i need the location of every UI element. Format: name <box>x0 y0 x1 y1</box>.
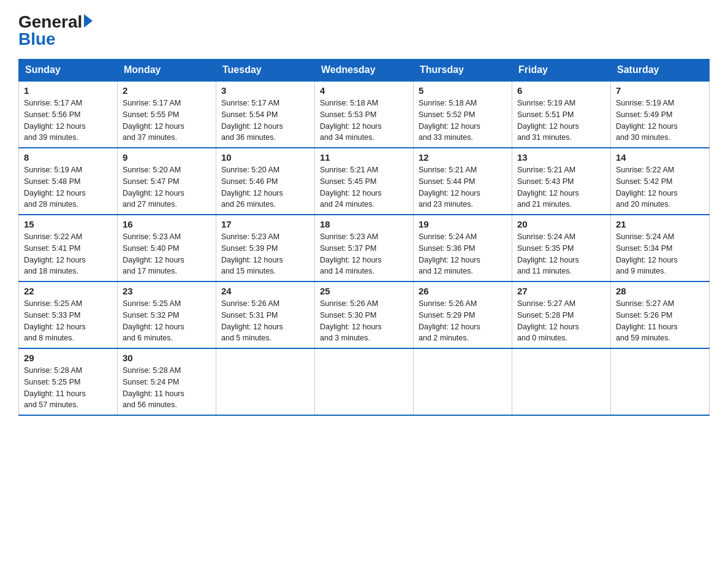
calendar-cell: 25 Sunrise: 5:26 AMSunset: 5:30 PMDaylig… <box>315 282 414 348</box>
calendar-cell: 14 Sunrise: 5:22 AMSunset: 5:42 PMDaylig… <box>611 148 710 215</box>
day-number: 23 <box>123 286 211 296</box>
day-info: Sunrise: 5:24 AMSunset: 5:35 PMDaylight:… <box>517 232 579 275</box>
day-number: 30 <box>123 353 211 363</box>
day-info: Sunrise: 5:19 AMSunset: 5:48 PMDaylight:… <box>24 166 86 209</box>
calendar-cell: 30 Sunrise: 5:28 AMSunset: 5:24 PMDaylig… <box>118 348 216 415</box>
day-number: 10 <box>221 152 309 163</box>
calendar-cell: 4 Sunrise: 5:18 AMSunset: 5:53 PMDayligh… <box>315 81 414 148</box>
calendar-cell: 20 Sunrise: 5:24 AMSunset: 5:35 PMDaylig… <box>512 215 611 282</box>
calendar-cell: 28 Sunrise: 5:27 AMSunset: 5:26 PMDaylig… <box>611 282 710 348</box>
day-number: 18 <box>320 219 408 229</box>
header-tuesday: Tuesday <box>216 59 315 82</box>
day-number: 26 <box>419 286 507 296</box>
calendar-cell: 8 Sunrise: 5:19 AMSunset: 5:48 PMDayligh… <box>19 148 118 215</box>
calendar-cell: 27 Sunrise: 5:27 AMSunset: 5:28 PMDaylig… <box>512 282 611 348</box>
header-monday: Monday <box>118 59 216 82</box>
header-wednesday: Wednesday <box>315 59 414 82</box>
calendar-cell: 2 Sunrise: 5:17 AMSunset: 5:55 PMDayligh… <box>118 81 216 148</box>
calendar-cell <box>512 348 611 415</box>
header-thursday: Thursday <box>414 59 512 82</box>
day-number: 3 <box>221 85 309 96</box>
calendar-week-row: 8 Sunrise: 5:19 AMSunset: 5:48 PMDayligh… <box>19 148 710 215</box>
day-info: Sunrise: 5:26 AMSunset: 5:31 PMDaylight:… <box>221 299 283 342</box>
day-info: Sunrise: 5:23 AMSunset: 5:40 PMDaylight:… <box>123 232 184 275</box>
day-info: Sunrise: 5:26 AMSunset: 5:30 PMDaylight:… <box>320 299 382 342</box>
calendar-cell: 1 Sunrise: 5:17 AMSunset: 5:56 PMDayligh… <box>19 81 118 148</box>
day-info: Sunrise: 5:26 AMSunset: 5:29 PMDaylight:… <box>419 299 480 342</box>
day-number: 4 <box>320 85 408 96</box>
day-info: Sunrise: 5:21 AMSunset: 5:45 PMDaylight:… <box>320 166 382 209</box>
logo-blue-text: Blue <box>18 29 56 48</box>
day-info: Sunrise: 5:19 AMSunset: 5:49 PMDaylight:… <box>616 99 678 142</box>
day-info: Sunrise: 5:20 AMSunset: 5:46 PMDaylight:… <box>221 166 283 209</box>
calendar-cell: 21 Sunrise: 5:24 AMSunset: 5:34 PMDaylig… <box>611 215 710 282</box>
day-info: Sunrise: 5:21 AMSunset: 5:44 PMDaylight:… <box>419 166 480 209</box>
calendar-cell: 10 Sunrise: 5:20 AMSunset: 5:46 PMDaylig… <box>216 148 315 215</box>
day-number: 20 <box>517 219 605 229</box>
day-info: Sunrise: 5:27 AMSunset: 5:26 PMDaylight:… <box>616 299 678 342</box>
day-number: 9 <box>123 152 211 163</box>
calendar-cell: 18 Sunrise: 5:23 AMSunset: 5:37 PMDaylig… <box>315 215 414 282</box>
day-number: 19 <box>419 219 507 229</box>
calendar-header-row: SundayMondayTuesdayWednesdayThursdayFrid… <box>19 59 710 82</box>
calendar-cell: 15 Sunrise: 5:22 AMSunset: 5:41 PMDaylig… <box>19 215 118 282</box>
day-number: 8 <box>24 152 112 163</box>
logo: General Blue <box>18 12 93 49</box>
day-number: 1 <box>24 85 112 96</box>
calendar-cell: 5 Sunrise: 5:18 AMSunset: 5:52 PMDayligh… <box>414 81 512 148</box>
day-number: 21 <box>616 219 704 229</box>
header: General Blue <box>18 12 710 49</box>
day-info: Sunrise: 5:19 AMSunset: 5:51 PMDaylight:… <box>517 99 579 142</box>
day-info: Sunrise: 5:17 AMSunset: 5:54 PMDaylight:… <box>221 99 283 142</box>
day-number: 11 <box>320 152 408 163</box>
calendar-cell: 19 Sunrise: 5:24 AMSunset: 5:36 PMDaylig… <box>414 215 512 282</box>
day-number: 17 <box>221 219 309 229</box>
header-sunday: Sunday <box>19 59 118 82</box>
day-number: 22 <box>24 286 112 296</box>
logo-arrow-icon <box>84 14 93 28</box>
day-info: Sunrise: 5:25 AMSunset: 5:32 PMDaylight:… <box>123 299 184 342</box>
day-number: 25 <box>320 286 408 296</box>
day-number: 28 <box>616 286 704 296</box>
calendar-cell: 17 Sunrise: 5:23 AMSunset: 5:39 PMDaylig… <box>216 215 315 282</box>
calendar-cell: 24 Sunrise: 5:26 AMSunset: 5:31 PMDaylig… <box>216 282 315 348</box>
day-info: Sunrise: 5:17 AMSunset: 5:55 PMDaylight:… <box>123 99 184 142</box>
day-info: Sunrise: 5:28 AMSunset: 5:25 PMDaylight:… <box>24 366 86 409</box>
day-number: 5 <box>419 85 507 96</box>
calendar-cell: 16 Sunrise: 5:23 AMSunset: 5:40 PMDaylig… <box>118 215 216 282</box>
day-info: Sunrise: 5:23 AMSunset: 5:37 PMDaylight:… <box>320 232 382 275</box>
day-info: Sunrise: 5:27 AMSunset: 5:28 PMDaylight:… <box>517 299 579 342</box>
calendar-cell: 13 Sunrise: 5:21 AMSunset: 5:43 PMDaylig… <box>512 148 611 215</box>
day-number: 27 <box>517 286 605 296</box>
calendar-week-row: 15 Sunrise: 5:22 AMSunset: 5:41 PMDaylig… <box>19 215 710 282</box>
calendar-cell: 3 Sunrise: 5:17 AMSunset: 5:54 PMDayligh… <box>216 81 315 148</box>
header-saturday: Saturday <box>611 59 710 82</box>
day-number: 29 <box>24 353 112 363</box>
calendar-cell: 26 Sunrise: 5:26 AMSunset: 5:29 PMDaylig… <box>414 282 512 348</box>
calendar-cell <box>216 348 315 415</box>
day-number: 2 <box>123 85 211 96</box>
calendar-cell: 22 Sunrise: 5:25 AMSunset: 5:33 PMDaylig… <box>19 282 118 348</box>
day-info: Sunrise: 5:22 AMSunset: 5:41 PMDaylight:… <box>24 232 86 275</box>
calendar-cell <box>315 348 414 415</box>
day-info: Sunrise: 5:18 AMSunset: 5:52 PMDaylight:… <box>419 99 480 142</box>
day-info: Sunrise: 5:20 AMSunset: 5:47 PMDaylight:… <box>123 166 184 209</box>
calendar-cell: 9 Sunrise: 5:20 AMSunset: 5:47 PMDayligh… <box>118 148 216 215</box>
day-number: 12 <box>419 152 507 163</box>
day-number: 15 <box>24 219 112 229</box>
day-info: Sunrise: 5:18 AMSunset: 5:53 PMDaylight:… <box>320 99 382 142</box>
day-info: Sunrise: 5:24 AMSunset: 5:36 PMDaylight:… <box>419 232 480 275</box>
day-number: 14 <box>616 152 704 163</box>
day-info: Sunrise: 5:23 AMSunset: 5:39 PMDaylight:… <box>221 232 283 275</box>
calendar-table: SundayMondayTuesdayWednesdayThursdayFrid… <box>18 59 710 416</box>
day-number: 7 <box>616 85 704 96</box>
calendar-cell <box>611 348 710 415</box>
day-info: Sunrise: 5:22 AMSunset: 5:42 PMDaylight:… <box>616 166 678 209</box>
calendar-cell: 6 Sunrise: 5:19 AMSunset: 5:51 PMDayligh… <box>512 81 611 148</box>
calendar-cell <box>414 348 512 415</box>
day-info: Sunrise: 5:17 AMSunset: 5:56 PMDaylight:… <box>24 99 86 142</box>
calendar-cell: 11 Sunrise: 5:21 AMSunset: 5:45 PMDaylig… <box>315 148 414 215</box>
calendar-cell: 23 Sunrise: 5:25 AMSunset: 5:32 PMDaylig… <box>118 282 216 348</box>
day-info: Sunrise: 5:25 AMSunset: 5:33 PMDaylight:… <box>24 299 86 342</box>
calendar-week-row: 1 Sunrise: 5:17 AMSunset: 5:56 PMDayligh… <box>19 81 710 148</box>
